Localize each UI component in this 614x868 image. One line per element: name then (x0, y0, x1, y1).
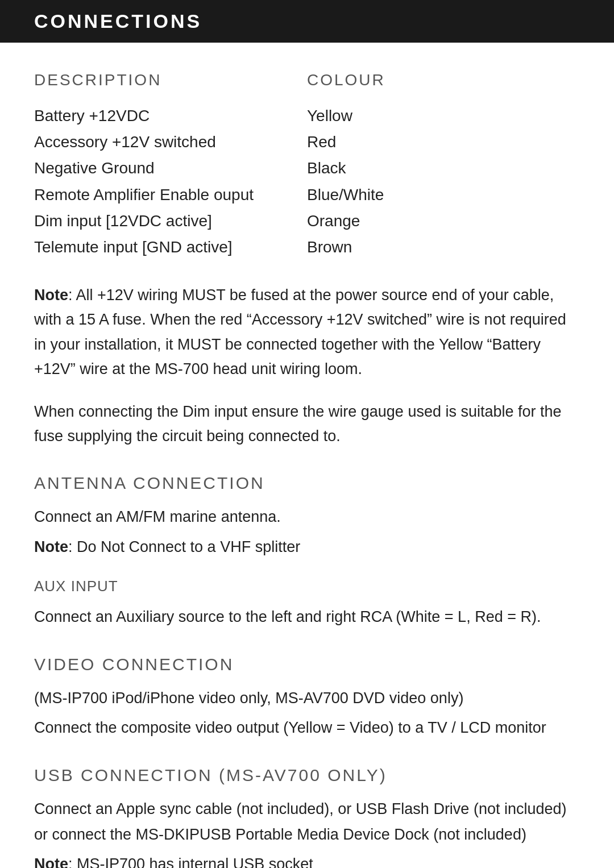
antenna-note: Note: Do Not Connect to a VHF splitter (34, 534, 580, 560)
connections-table: DESCRIPTION Battery +12VDCAccessory +12V… (34, 71, 580, 260)
usb-note: Note: MS-IP700 has internal USB socket (34, 852, 580, 868)
antenna-line1: Connect an AM/FM marine antenna. (34, 504, 580, 530)
description-items: Battery +12VDCAccessory +12V switchedNeg… (34, 103, 307, 260)
colour-items: YellowRedBlackBlue/WhiteOrangeBrown (307, 103, 580, 260)
table-row: Dim input [12VDC active] (34, 208, 307, 234)
usb-heading: USB CONNECTION (MS-AV700 only) (34, 766, 580, 785)
header-bar: CONNECTIONS (0, 0, 614, 43)
table-row: Accessory +12V switched (34, 129, 307, 155)
usb-line1: Connect an Apple sync cable (not include… (34, 796, 580, 847)
note-2: When connecting the Dim input ensure the… (34, 400, 580, 448)
table-row: Battery +12VDC (34, 103, 307, 129)
colour-column: COLOUR YellowRedBlackBlue/WhiteOrangeBro… (307, 71, 580, 260)
table-row: Orange (307, 208, 580, 234)
usb-note-bold: Note (34, 855, 68, 868)
description-header: DESCRIPTION (34, 71, 307, 89)
note2-text: When connecting the Dim input ensure the… (34, 403, 562, 445)
usb-note-text: : MS-IP700 has internal USB socket (68, 855, 313, 868)
video-line2: Connect the composite video output (Yell… (34, 715, 580, 741)
antenna-note-text: : Do Not Connect to a VHF splitter (68, 538, 300, 555)
aux-subheading: AUX INPUT (34, 578, 580, 595)
antenna-heading: ANTENNA CONNECTION (34, 474, 580, 493)
video-heading: VIDEO CONNECTION (34, 655, 580, 674)
table-row: Brown (307, 234, 580, 260)
table-row: Remote Amplifier Enable ouput (34, 182, 307, 208)
video-line1: (MS-IP700 iPod/iPhone video only, MS-AV7… (34, 686, 580, 711)
note1-bold-label: Note (34, 286, 68, 304)
page-title: CONNECTIONS (34, 10, 202, 32)
note1-text: : All +12V wiring MUST be fused at the p… (34, 286, 566, 377)
description-column: DESCRIPTION Battery +12VDCAccessory +12V… (34, 71, 307, 260)
table-row: Telemute input [GND active] (34, 234, 307, 260)
table-row: Red (307, 129, 580, 155)
table-row: Blue/White (307, 182, 580, 208)
table-row: Black (307, 155, 580, 181)
table-row: Negative Ground (34, 155, 307, 181)
table-row: Yellow (307, 103, 580, 129)
note-1: Note: All +12V wiring MUST be fused at t… (34, 283, 580, 381)
colour-header: COLOUR (307, 71, 580, 89)
antenna-note-bold: Note (34, 538, 68, 555)
aux-text: Connect an Auxiliary source to the left … (34, 604, 580, 630)
